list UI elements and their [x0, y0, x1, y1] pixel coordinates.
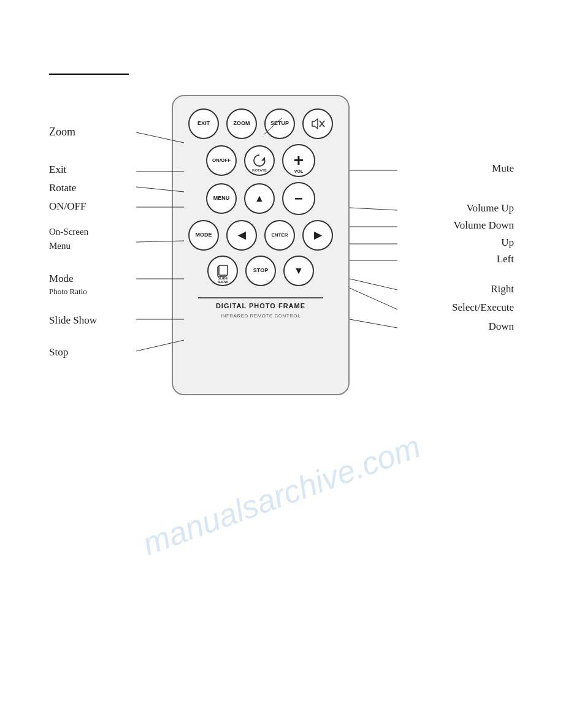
- label-rotate: Rotate: [49, 182, 76, 194]
- label-slideshow: Slide Show: [49, 314, 97, 327]
- down-button[interactable]: ▼: [283, 256, 314, 286]
- label-up: Up: [501, 237, 514, 249]
- label-mute: Mute: [492, 162, 514, 175]
- stop-button[interactable]: STOP: [245, 256, 276, 286]
- svg-marker-3: [261, 157, 265, 161]
- button-row-4: MODE ◀ ENTER ▶: [188, 220, 333, 251]
- label-mode: Mode: [49, 273, 74, 285]
- button-row-2: ON/OFF ROTATE + VOL: [206, 144, 315, 177]
- remote-control: EXIT ZOOM SETUP: [172, 95, 350, 395]
- button-row-5: SLIDESHOW STOP ▼: [207, 256, 314, 286]
- remote-device-name: DIGITAL PHOTO FRAME: [198, 302, 324, 309]
- svg-rect-5: [219, 265, 228, 275]
- label-onscreen: On-Screen: [49, 227, 88, 237]
- button-row-3: MENU ▲ −: [206, 182, 315, 215]
- button-row-1: EXIT ZOOM SETUP: [188, 108, 333, 139]
- label-stop: Stop: [49, 346, 68, 358]
- exit-button[interactable]: EXIT: [188, 108, 219, 139]
- setup-button[interactable]: SETUP: [264, 108, 295, 139]
- enter-button[interactable]: ENTER: [264, 220, 295, 251]
- svg-line-22: [350, 319, 397, 328]
- menu-button[interactable]: MENU: [206, 183, 237, 214]
- label-selectexecute: Select/Execute: [452, 301, 514, 314]
- mode-button[interactable]: MODE: [188, 220, 219, 251]
- label-zoom: Zoom: [49, 126, 75, 138]
- svg-line-21: [350, 288, 397, 309]
- label-volumeup: Volume Up: [466, 202, 514, 214]
- svg-line-16: [350, 208, 397, 210]
- svg-line-20: [350, 279, 397, 290]
- volumeup-button[interactable]: + VOL: [282, 144, 315, 177]
- page-container: Zoom Exit Rotate ON/OFF On-Screen Menu M…: [0, 0, 563, 728]
- label-exit: Exit: [49, 164, 66, 176]
- label-down: Down: [488, 320, 514, 333]
- remote-device-subtitle: INFRARED REMOTE CONTROL: [198, 313, 324, 319]
- remote-body: EXIT ZOOM SETUP: [172, 95, 350, 395]
- mute-icon: [310, 117, 326, 131]
- top-line: [49, 74, 129, 75]
- label-photoratio: Photo Ratio: [49, 287, 87, 297]
- volumedown-button[interactable]: −: [282, 182, 315, 215]
- watermark: manualsarchive.com: [138, 428, 426, 562]
- remote-label-area: DIGITAL PHOTO FRAME INFRARED REMOTE CONT…: [198, 297, 324, 319]
- label-right-dir: Right: [491, 283, 514, 295]
- mute-button[interactable]: [302, 108, 333, 139]
- label-volumedown: Volume Down: [454, 219, 514, 232]
- up-button[interactable]: ▲: [244, 183, 275, 214]
- slideshow-button[interactable]: SLIDESHOW: [207, 256, 238, 286]
- right-button[interactable]: ▶: [302, 220, 333, 251]
- zoom-button[interactable]: ZOOM: [226, 108, 257, 139]
- left-button[interactable]: ◀: [226, 220, 257, 251]
- label-left-dir: Left: [497, 253, 514, 265]
- label-onoff: ON/OFF: [49, 200, 86, 213]
- rotate-button[interactable]: ROTATE: [244, 145, 275, 176]
- label-menu: Menu: [49, 241, 71, 251]
- onoff-button[interactable]: ON/OFF: [206, 145, 237, 176]
- svg-marker-0: [312, 119, 318, 129]
- rotate-icon: [251, 152, 268, 169]
